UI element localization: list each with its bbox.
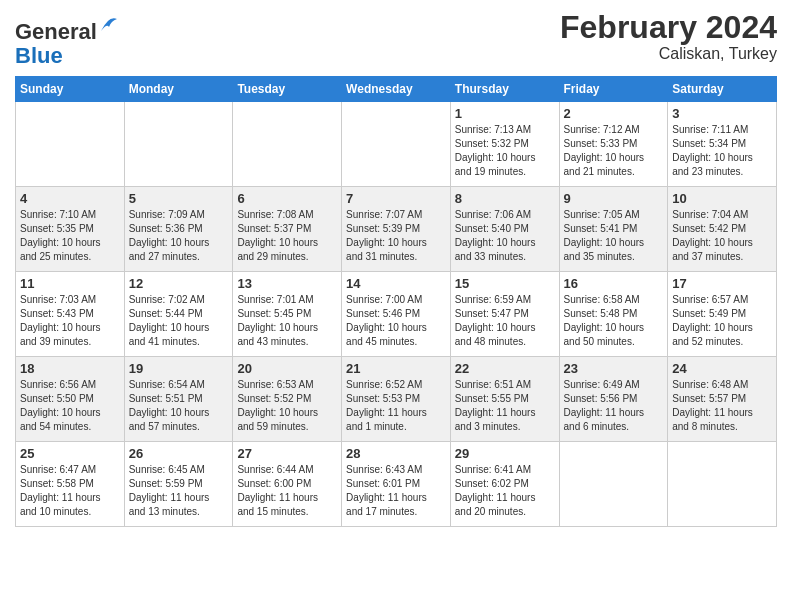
day-info: Sunrise: 6:58 AM Sunset: 5:48 PM Dayligh…	[564, 293, 664, 349]
calendar-cell: 26Sunrise: 6:45 AM Sunset: 5:59 PM Dayli…	[124, 442, 233, 527]
calendar-week-row: 11Sunrise: 7:03 AM Sunset: 5:43 PM Dayli…	[16, 272, 777, 357]
day-info: Sunrise: 6:53 AM Sunset: 5:52 PM Dayligh…	[237, 378, 337, 434]
weekday-header-tuesday: Tuesday	[233, 77, 342, 102]
day-number: 12	[129, 276, 229, 291]
day-info: Sunrise: 6:43 AM Sunset: 6:01 PM Dayligh…	[346, 463, 446, 519]
day-info: Sunrise: 7:02 AM Sunset: 5:44 PM Dayligh…	[129, 293, 229, 349]
calendar-cell	[233, 102, 342, 187]
day-info: Sunrise: 6:45 AM Sunset: 5:59 PM Dayligh…	[129, 463, 229, 519]
day-number: 10	[672, 191, 772, 206]
day-info: Sunrise: 7:11 AM Sunset: 5:34 PM Dayligh…	[672, 123, 772, 179]
day-number: 5	[129, 191, 229, 206]
calendar-cell	[559, 442, 668, 527]
day-number: 19	[129, 361, 229, 376]
calendar-cell: 21Sunrise: 6:52 AM Sunset: 5:53 PM Dayli…	[342, 357, 451, 442]
calendar-cell: 3Sunrise: 7:11 AM Sunset: 5:34 PM Daylig…	[668, 102, 777, 187]
calendar-cell: 25Sunrise: 6:47 AM Sunset: 5:58 PM Dayli…	[16, 442, 125, 527]
day-number: 22	[455, 361, 555, 376]
day-info: Sunrise: 7:01 AM Sunset: 5:45 PM Dayligh…	[237, 293, 337, 349]
day-number: 11	[20, 276, 120, 291]
calendar-cell	[124, 102, 233, 187]
day-number: 28	[346, 446, 446, 461]
day-info: Sunrise: 6:47 AM Sunset: 5:58 PM Dayligh…	[20, 463, 120, 519]
logo: General Blue	[15, 15, 119, 68]
day-number: 16	[564, 276, 664, 291]
calendar-cell: 7Sunrise: 7:07 AM Sunset: 5:39 PM Daylig…	[342, 187, 451, 272]
calendar-cell: 19Sunrise: 6:54 AM Sunset: 5:51 PM Dayli…	[124, 357, 233, 442]
day-number: 7	[346, 191, 446, 206]
calendar-cell: 11Sunrise: 7:03 AM Sunset: 5:43 PM Dayli…	[16, 272, 125, 357]
day-info: Sunrise: 7:09 AM Sunset: 5:36 PM Dayligh…	[129, 208, 229, 264]
calendar-cell: 29Sunrise: 6:41 AM Sunset: 6:02 PM Dayli…	[450, 442, 559, 527]
day-info: Sunrise: 7:07 AM Sunset: 5:39 PM Dayligh…	[346, 208, 446, 264]
day-info: Sunrise: 7:13 AM Sunset: 5:32 PM Dayligh…	[455, 123, 555, 179]
day-number: 17	[672, 276, 772, 291]
calendar-week-row: 4Sunrise: 7:10 AM Sunset: 5:35 PM Daylig…	[16, 187, 777, 272]
calendar-cell: 10Sunrise: 7:04 AM Sunset: 5:42 PM Dayli…	[668, 187, 777, 272]
day-number: 9	[564, 191, 664, 206]
calendar-cell: 14Sunrise: 7:00 AM Sunset: 5:46 PM Dayli…	[342, 272, 451, 357]
calendar-cell: 5Sunrise: 7:09 AM Sunset: 5:36 PM Daylig…	[124, 187, 233, 272]
calendar-cell: 20Sunrise: 6:53 AM Sunset: 5:52 PM Dayli…	[233, 357, 342, 442]
day-number: 29	[455, 446, 555, 461]
calendar-cell: 13Sunrise: 7:01 AM Sunset: 5:45 PM Dayli…	[233, 272, 342, 357]
day-info: Sunrise: 6:51 AM Sunset: 5:55 PM Dayligh…	[455, 378, 555, 434]
weekday-header-sunday: Sunday	[16, 77, 125, 102]
calendar-cell: 23Sunrise: 6:49 AM Sunset: 5:56 PM Dayli…	[559, 357, 668, 442]
page-header: General Blue February 2024 Caliskan, Tur…	[15, 10, 777, 68]
weekday-header-wednesday: Wednesday	[342, 77, 451, 102]
day-info: Sunrise: 7:00 AM Sunset: 5:46 PM Dayligh…	[346, 293, 446, 349]
logo-blue: Blue	[15, 43, 63, 68]
calendar-table: SundayMondayTuesdayWednesdayThursdayFrid…	[15, 76, 777, 527]
day-info: Sunrise: 7:05 AM Sunset: 5:41 PM Dayligh…	[564, 208, 664, 264]
calendar-week-row: 25Sunrise: 6:47 AM Sunset: 5:58 PM Dayli…	[16, 442, 777, 527]
calendar-cell: 15Sunrise: 6:59 AM Sunset: 5:47 PM Dayli…	[450, 272, 559, 357]
day-number: 21	[346, 361, 446, 376]
title-block: February 2024 Caliskan, Turkey	[560, 10, 777, 63]
day-number: 13	[237, 276, 337, 291]
logo-text: General Blue	[15, 15, 119, 68]
calendar-cell: 24Sunrise: 6:48 AM Sunset: 5:57 PM Dayli…	[668, 357, 777, 442]
day-info: Sunrise: 6:59 AM Sunset: 5:47 PM Dayligh…	[455, 293, 555, 349]
day-number: 23	[564, 361, 664, 376]
day-info: Sunrise: 6:54 AM Sunset: 5:51 PM Dayligh…	[129, 378, 229, 434]
calendar-header-row: SundayMondayTuesdayWednesdayThursdayFrid…	[16, 77, 777, 102]
calendar-cell: 22Sunrise: 6:51 AM Sunset: 5:55 PM Dayli…	[450, 357, 559, 442]
calendar-cell: 27Sunrise: 6:44 AM Sunset: 6:00 PM Dayli…	[233, 442, 342, 527]
day-info: Sunrise: 6:41 AM Sunset: 6:02 PM Dayligh…	[455, 463, 555, 519]
day-number: 1	[455, 106, 555, 121]
calendar-cell: 9Sunrise: 7:05 AM Sunset: 5:41 PM Daylig…	[559, 187, 668, 272]
day-info: Sunrise: 6:48 AM Sunset: 5:57 PM Dayligh…	[672, 378, 772, 434]
day-number: 25	[20, 446, 120, 461]
day-number: 20	[237, 361, 337, 376]
day-info: Sunrise: 7:10 AM Sunset: 5:35 PM Dayligh…	[20, 208, 120, 264]
day-number: 8	[455, 191, 555, 206]
day-number: 3	[672, 106, 772, 121]
weekday-header-thursday: Thursday	[450, 77, 559, 102]
day-number: 2	[564, 106, 664, 121]
weekday-header-monday: Monday	[124, 77, 233, 102]
day-number: 15	[455, 276, 555, 291]
day-number: 26	[129, 446, 229, 461]
day-number: 18	[20, 361, 120, 376]
day-number: 24	[672, 361, 772, 376]
day-info: Sunrise: 6:44 AM Sunset: 6:00 PM Dayligh…	[237, 463, 337, 519]
day-number: 27	[237, 446, 337, 461]
day-info: Sunrise: 6:49 AM Sunset: 5:56 PM Dayligh…	[564, 378, 664, 434]
logo-bird-icon	[99, 11, 119, 39]
calendar-week-row: 18Sunrise: 6:56 AM Sunset: 5:50 PM Dayli…	[16, 357, 777, 442]
calendar-cell: 16Sunrise: 6:58 AM Sunset: 5:48 PM Dayli…	[559, 272, 668, 357]
calendar-cell	[16, 102, 125, 187]
day-info: Sunrise: 6:56 AM Sunset: 5:50 PM Dayligh…	[20, 378, 120, 434]
calendar-title: February 2024	[560, 10, 777, 45]
calendar-cell: 6Sunrise: 7:08 AM Sunset: 5:37 PM Daylig…	[233, 187, 342, 272]
calendar-cell: 18Sunrise: 6:56 AM Sunset: 5:50 PM Dayli…	[16, 357, 125, 442]
day-info: Sunrise: 7:12 AM Sunset: 5:33 PM Dayligh…	[564, 123, 664, 179]
day-info: Sunrise: 7:04 AM Sunset: 5:42 PM Dayligh…	[672, 208, 772, 264]
day-info: Sunrise: 6:57 AM Sunset: 5:49 PM Dayligh…	[672, 293, 772, 349]
day-number: 14	[346, 276, 446, 291]
calendar-cell	[668, 442, 777, 527]
calendar-cell: 4Sunrise: 7:10 AM Sunset: 5:35 PM Daylig…	[16, 187, 125, 272]
calendar-cell: 2Sunrise: 7:12 AM Sunset: 5:33 PM Daylig…	[559, 102, 668, 187]
day-info: Sunrise: 7:03 AM Sunset: 5:43 PM Dayligh…	[20, 293, 120, 349]
